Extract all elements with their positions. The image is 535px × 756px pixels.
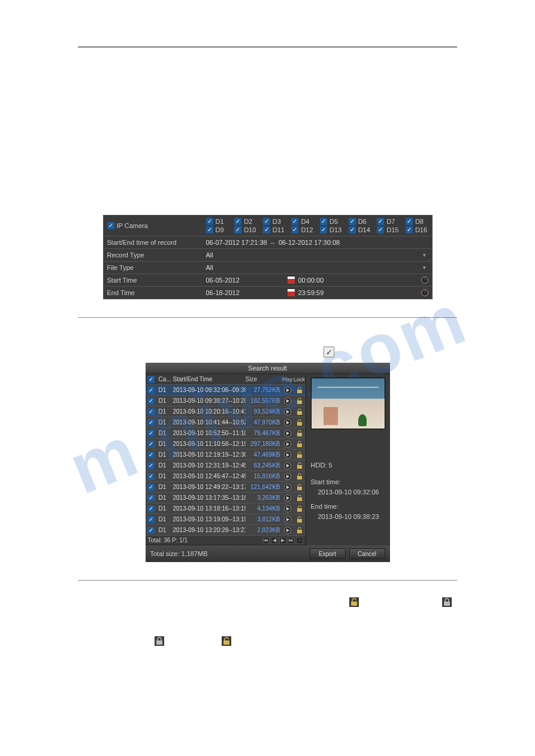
pager: ⏮ ◀ ▶ ⏭ → (262, 537, 303, 544)
play-icon[interactable] (284, 505, 291, 512)
unlock-icon[interactable] (296, 516, 303, 523)
row-checkbox[interactable]: ✓ (147, 462, 155, 469)
row-checkbox[interactable]: ✓ (147, 387, 155, 394)
play-icon[interactable] (284, 484, 291, 491)
table-row[interactable]: ✓D12013-09-10 10:20:16--10:41:4093,524KB (146, 406, 306, 417)
unlock-icon[interactable] (296, 473, 303, 480)
unlock-icon[interactable] (296, 462, 303, 469)
unlock-icon[interactable] (296, 484, 303, 491)
row-size: 63,245KB (246, 462, 282, 469)
table-row[interactable]: ✓D12013-09-10 13:18:16--13:19:074,134KB (146, 503, 306, 514)
row-checkbox[interactable]: ✓ (147, 451, 155, 459)
pager-prev[interactable]: ◀ (271, 537, 278, 544)
row-checkbox[interactable]: ✓ (147, 516, 155, 523)
unlock-icon[interactable] (296, 408, 303, 415)
pager-jump[interactable]: → (296, 537, 303, 544)
row-checkbox[interactable]: ✓ (147, 441, 155, 448)
start-time-meta-value: 2013-09-10 09:32:06 (311, 487, 390, 498)
row-checkbox[interactable]: ✓ (147, 473, 155, 480)
unlock-icon[interactable] (296, 441, 303, 448)
play-icon[interactable] (284, 397, 291, 405)
table-row[interactable]: ✓D12013-09-10 12:31:19--12:45:4463,245KB (146, 460, 306, 471)
camera-label: D8 (415, 218, 424, 225)
table-row[interactable]: ✓D12013-09-10 09:32:06--09:38:2327,752KB (146, 385, 306, 396)
table-row[interactable]: ✓D12013-09-10 09:38:27--10:20:14182,557K… (146, 396, 306, 406)
camera-checkbox-d12[interactable]: ✓D12 (291, 226, 314, 233)
start-time-input[interactable]: 00:00:00 (298, 277, 418, 284)
play-icon[interactable] (284, 387, 291, 394)
unlock-icon[interactable] (296, 451, 303, 459)
pager-first[interactable]: ⏮ (262, 537, 270, 544)
camera-checkbox-d7[interactable]: ✓D7 (377, 218, 400, 225)
camera-checkbox-d1[interactable]: ✓D1 (206, 218, 229, 225)
camera-checkbox-d10[interactable]: ✓D10 (234, 226, 257, 233)
play-icon[interactable] (284, 527, 291, 534)
unlock-icon[interactable] (296, 527, 303, 534)
camera-checkbox-d16[interactable]: ✓D16 (406, 226, 428, 233)
file-type-dropdown[interactable]: All ▾ (202, 262, 432, 274)
clock-icon[interactable] (421, 289, 428, 296)
cancel-button[interactable]: Cancel (349, 548, 385, 559)
camera-checkbox-d15[interactable]: ✓D15 (377, 226, 400, 233)
row-checkbox[interactable]: ✓ (147, 408, 155, 415)
play-icon[interactable] (284, 516, 291, 523)
camera-checkbox-d11[interactable]: ✓D11 (263, 226, 286, 233)
select-all-checkbox[interactable]: ✓ (147, 376, 155, 383)
play-icon[interactable] (284, 430, 291, 437)
row-size: 47,970KB (246, 419, 282, 426)
table-row[interactable]: ✓D12013-09-10 12:49:22--13:17:13121,642K… (146, 482, 306, 493)
play-icon[interactable] (284, 462, 291, 469)
unlock-icon[interactable] (296, 419, 303, 426)
start-date-input[interactable]: 06-05-2012 (206, 277, 284, 284)
svg-rect-16 (156, 640, 162, 645)
table-row[interactable]: ✓D12013-09-10 13:20:28--13:21:002,823KB (146, 525, 306, 536)
row-checkbox[interactable]: ✓ (147, 527, 155, 534)
row-checkbox[interactable]: ✓ (147, 505, 155, 512)
play-icon[interactable] (284, 408, 291, 415)
play-icon[interactable] (284, 451, 291, 459)
svg-rect-9 (297, 487, 302, 490)
table-row[interactable]: ✓D12013-09-10 10:52:50--11:10:5679,467KB (146, 428, 306, 439)
row-checkbox[interactable]: ✓ (147, 494, 155, 502)
table-row[interactable]: ✓D12013-09-10 10:41:44--10:52:3747,970KB (146, 417, 306, 428)
table-row[interactable]: ✓D12013-09-10 13:17:35--13:18:123,263KB (146, 493, 306, 503)
clock-icon[interactable] (421, 277, 428, 284)
camera-checkbox-d6[interactable]: ✓D6 (349, 218, 371, 225)
camera-checkbox-d3[interactable]: ✓D3 (263, 218, 286, 225)
record-type-dropdown[interactable]: All ▾ (202, 249, 432, 261)
row-checkbox[interactable]: ✓ (147, 397, 155, 405)
row-checkbox[interactable]: ✓ (147, 484, 155, 491)
unlock-icon[interactable] (296, 387, 303, 394)
unlock-icon[interactable] (296, 430, 303, 437)
play-icon[interactable] (284, 494, 291, 502)
export-button[interactable]: Export (310, 548, 346, 559)
table-row[interactable]: ✓D12013-09-10 12:45:47--12:49:2015,816KB (146, 471, 306, 482)
end-time-input[interactable]: 23:59:59 (298, 289, 418, 296)
play-icon[interactable] (284, 473, 291, 480)
calendar-icon[interactable] (288, 277, 295, 284)
camera-checkbox-d14[interactable]: ✓D14 (349, 226, 371, 233)
camera-checkbox-d8[interactable]: ✓D8 (406, 218, 428, 225)
row-checkbox[interactable]: ✓ (147, 430, 155, 437)
pager-next[interactable]: ▶ (279, 537, 286, 544)
end-date-input[interactable]: 06-18-2012 (206, 289, 284, 296)
row-checkbox[interactable]: ✓ (147, 419, 155, 426)
unlock-icon[interactable] (296, 494, 303, 502)
row-size: 79,467KB (246, 430, 282, 436)
pager-last[interactable]: ⏭ (288, 537, 295, 544)
ip-camera-checkbox[interactable]: ✓ (107, 222, 114, 229)
calendar-icon[interactable] (288, 289, 295, 296)
unlock-icon[interactable] (296, 397, 303, 405)
table-row[interactable]: ✓D12013-09-10 13:19:09--13:19:583,812KB (146, 514, 306, 525)
unlock-icon[interactable] (296, 505, 303, 512)
table-row[interactable]: ✓D12013-09-10 12:19:19--12:30:1247,469KB (146, 450, 306, 460)
camera-checkbox-d2[interactable]: ✓D2 (234, 218, 257, 225)
play-icon[interactable] (284, 441, 291, 448)
camera-checkbox-d9[interactable]: ✓D9 (206, 226, 229, 233)
table-row[interactable]: ✓D12013-09-10 11:10:58--12:19:19297,180K… (146, 439, 306, 450)
camera-checkbox-d5[interactable]: ✓D5 (320, 218, 343, 225)
camera-checkbox-d13[interactable]: ✓D13 (320, 226, 343, 233)
play-icon[interactable] (284, 419, 291, 426)
camera-label: D5 (330, 218, 338, 225)
camera-checkbox-d4[interactable]: ✓D4 (291, 218, 314, 225)
